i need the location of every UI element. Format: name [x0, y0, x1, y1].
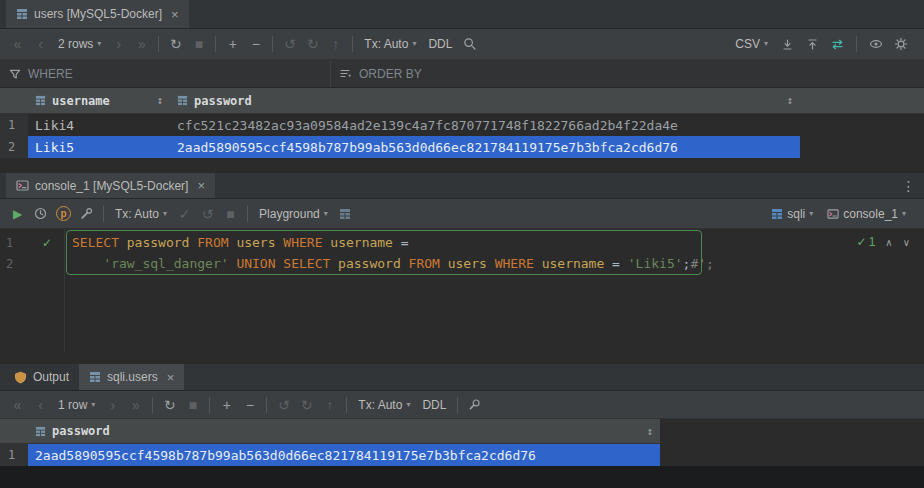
undo-icon[interactable]: ↺ [272, 394, 295, 416]
password-cell[interactable]: 2aad5890595ccf4598b787b99ab563d0d66ec821… [28, 444, 660, 466]
sort-icon[interactable]: ↕ [646, 425, 653, 438]
username-cell[interactable]: Liki4 [28, 114, 170, 136]
tab-output[interactable]: Output [4, 364, 79, 390]
wrench-settings-icon[interactable] [75, 203, 98, 225]
username-cell[interactable]: Liki5 [28, 136, 170, 158]
inspection-widget: ✓1 ∧ ∨ [857, 235, 910, 249]
tab-users-table[interactable]: users [MySQL5-Docker] × [6, 0, 189, 28]
column-header-password[interactable]: password ↕ [170, 88, 800, 113]
column-header-password[interactable]: password ↕ [28, 419, 660, 443]
code-text[interactable]: 'raw_sql_danger' UNION SELECT password F… [64, 253, 714, 274]
code-text[interactable]: SELECT password FROM users WHERE usernam… [64, 232, 409, 253]
column-label: password [194, 94, 252, 108]
separator [215, 36, 216, 52]
separator [352, 36, 353, 52]
code-line[interactable]: 2 'raw_sql_danger' UNION SELECT password… [0, 253, 924, 274]
view-options-eye-icon[interactable] [864, 33, 887, 55]
refresh-icon[interactable]: ↻ [158, 394, 181, 416]
row-number[interactable]: 1 [0, 444, 28, 466]
undo-icon[interactable]: ↺ [278, 33, 301, 55]
datasource-dropdown[interactable]: sqli ▾ [765, 203, 819, 225]
kebab-menu-icon[interactable]: ⋮ [897, 175, 920, 197]
row-number[interactable]: 1 [0, 114, 28, 136]
next-page-button[interactable]: › [107, 33, 130, 55]
stop-icon[interactable]: ■ [219, 203, 242, 225]
close-icon[interactable]: × [171, 7, 179, 22]
pin-tab-icon[interactable] [463, 394, 486, 416]
table-row: 1 Liki4 cfc521c23482ac93a09584ad2e139c4a… [0, 114, 800, 136]
chevron-down-icon: ▾ [412, 40, 416, 48]
history-clock-icon[interactable] [29, 203, 52, 225]
rollback-icon[interactable]: ↺ [196, 203, 219, 225]
sort-icon[interactable]: ↕ [786, 94, 793, 107]
previous-page-button[interactable]: ‹ [29, 33, 52, 55]
close-icon[interactable]: × [197, 178, 205, 193]
delete-row-button[interactable]: − [238, 394, 261, 416]
export-data-icon[interactable] [776, 33, 799, 55]
grid-filter-row: WHERE ORDER BY [0, 60, 924, 88]
previous-problem-icon[interactable]: ∧ [885, 237, 892, 248]
first-page-button[interactable]: « [6, 394, 29, 416]
code-line[interactable]: 1 ✓ SELECT password FROM users WHERE use… [0, 232, 924, 253]
run-button[interactable]: ▶ [6, 203, 29, 225]
submit-changes-icon[interactable]: ↑ [324, 33, 347, 55]
delete-row-button[interactable]: − [244, 33, 267, 55]
page-size-dropdown[interactable]: 2 rows ▾ [52, 33, 107, 55]
stop-icon[interactable]: ■ [187, 33, 210, 55]
chevron-down-icon: ▾ [163, 210, 167, 218]
column-icon [35, 426, 46, 437]
redo-icon[interactable]: ↻ [301, 33, 324, 55]
ddl-button[interactable]: DDL [416, 394, 452, 416]
separator [272, 36, 273, 52]
add-row-button[interactable]: + [221, 33, 244, 55]
import-data-icon[interactable] [801, 33, 824, 55]
console-dropdown[interactable]: console_1 ▾ [821, 203, 912, 225]
sql-editor[interactable]: 1 ✓ SELECT password FROM users WHERE use… [0, 229, 924, 353]
tx-mode-label: Tx: Auto [358, 398, 402, 412]
submit-changes-icon[interactable]: ↑ [318, 394, 341, 416]
code-token: = [401, 235, 409, 250]
tx-mode-dropdown[interactable]: Tx: Auto ▾ [358, 33, 422, 55]
chevron-down-icon: ▾ [91, 401, 95, 409]
order-by-filter-input[interactable]: ORDER BY [330, 60, 924, 87]
where-filter-input[interactable]: WHERE [0, 60, 330, 87]
parameters-icon[interactable]: p [52, 203, 75, 225]
sort-icon[interactable]: ↕ [156, 94, 163, 107]
table-icon [16, 8, 28, 20]
stop-icon[interactable]: ■ [181, 394, 204, 416]
close-icon[interactable]: × [167, 370, 175, 385]
separator [103, 206, 104, 222]
last-page-button[interactable]: » [130, 33, 153, 55]
separator [152, 397, 153, 413]
ddl-button[interactable]: DDL [422, 33, 458, 55]
playground-mode-dropdown[interactable]: Playground ▾ [253, 203, 334, 225]
refresh-icon[interactable]: ↻ [164, 33, 187, 55]
password-cell[interactable]: cfc521c23482ac93a09584ad2e139c4a7fc87077… [170, 114, 800, 136]
gear-icon[interactable] [889, 33, 912, 55]
page-size-dropdown[interactable]: 1 row ▾ [52, 394, 101, 416]
column-icon [177, 95, 188, 106]
next-problem-icon[interactable]: ∨ [903, 237, 910, 248]
in-editor-results-icon[interactable] [334, 203, 357, 225]
next-page-button[interactable]: › [101, 394, 124, 416]
search-icon[interactable] [458, 33, 481, 55]
tx-mode-dropdown[interactable]: Tx: Auto ▾ [109, 203, 173, 225]
code-token: FROM [409, 256, 440, 271]
export-format-dropdown[interactable]: CSV ▾ [729, 33, 774, 55]
page-size-label: 1 row [58, 398, 87, 412]
previous-page-button[interactable]: ‹ [29, 394, 52, 416]
password-cell[interactable]: 2aad5890595ccf4598b787b99ab563d0d66ec821… [170, 136, 800, 158]
tx-mode-dropdown[interactable]: Tx: Auto ▾ [352, 394, 416, 416]
row-number[interactable]: 2 [0, 136, 28, 158]
code-token: WHERE [495, 256, 534, 271]
last-page-button[interactable]: » [124, 394, 147, 416]
tab-console-1[interactable]: console_1 [MySQL5-Docker] × [6, 173, 215, 198]
column-header-username[interactable]: username ↕ [28, 88, 170, 113]
redo-icon[interactable]: ↻ [295, 394, 318, 416]
first-page-button[interactable]: « [6, 33, 29, 55]
chevron-down-icon: ▾ [809, 210, 813, 218]
add-row-button[interactable]: + [215, 394, 238, 416]
compare-data-icon[interactable] [826, 33, 849, 55]
commit-icon[interactable]: ✓ [173, 203, 196, 225]
tab-sqli-users-result[interactable]: sqli.users × [79, 364, 184, 390]
